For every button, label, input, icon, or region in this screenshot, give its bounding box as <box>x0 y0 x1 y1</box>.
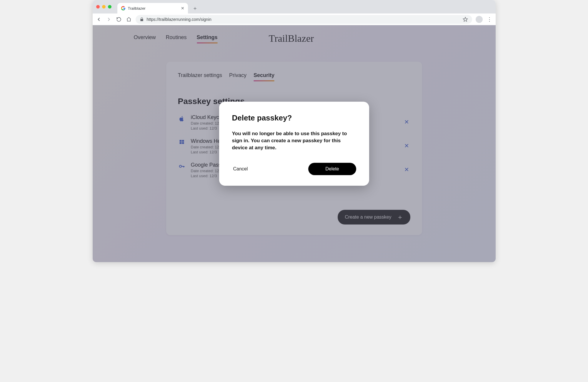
browser-tab-bar: Trailblazer ✕ ＋ <box>93 0 496 14</box>
bookmark-star-icon[interactable] <box>463 17 468 22</box>
forward-icon[interactable] <box>106 16 112 23</box>
new-tab-button[interactable]: ＋ <box>191 4 199 12</box>
dialog-actions: Cancel Delete <box>232 163 356 175</box>
browser-window: Trailblazer ✕ ＋ https://trailblazerrunni… <box>93 0 496 262</box>
delete-button[interactable]: Delete <box>308 163 356 175</box>
home-icon[interactable] <box>126 16 132 23</box>
menu-kebab-icon[interactable]: ⋮ <box>486 16 493 23</box>
svg-marker-0 <box>463 17 467 21</box>
address-bar[interactable]: https://trailblazerrunning.com/signin <box>136 15 472 24</box>
favicon-icon <box>121 6 126 11</box>
window-controls <box>96 0 117 14</box>
window-maximize-icon[interactable] <box>108 5 111 9</box>
profile-avatar[interactable] <box>476 16 483 23</box>
reload-icon[interactable] <box>116 16 122 23</box>
lock-icon <box>140 17 144 21</box>
modal-overlay: Delete passkey? You will no longer be ab… <box>93 25 496 262</box>
window-close-icon[interactable] <box>96 5 100 9</box>
delete-passkey-dialog: Delete passkey? You will no longer be ab… <box>219 102 369 186</box>
dialog-title: Delete passkey? <box>232 113 356 123</box>
browser-tab[interactable]: Trailblazer ✕ <box>117 3 188 14</box>
back-icon[interactable] <box>96 16 102 23</box>
tab-title: Trailblazer <box>128 6 146 11</box>
browser-toolbar: https://trailblazerrunning.com/signin ⋮ <box>93 14 496 25</box>
page-content: Overview Routines Settings TrailBlazer T… <box>93 25 496 262</box>
window-minimize-icon[interactable] <box>102 5 106 9</box>
cancel-button[interactable]: Cancel <box>232 163 249 175</box>
dialog-body: You will no longer be able to use this p… <box>232 130 356 151</box>
url-text: https://trailblazerrunning.com/signin <box>147 17 211 22</box>
tab-close-icon[interactable]: ✕ <box>181 6 184 11</box>
